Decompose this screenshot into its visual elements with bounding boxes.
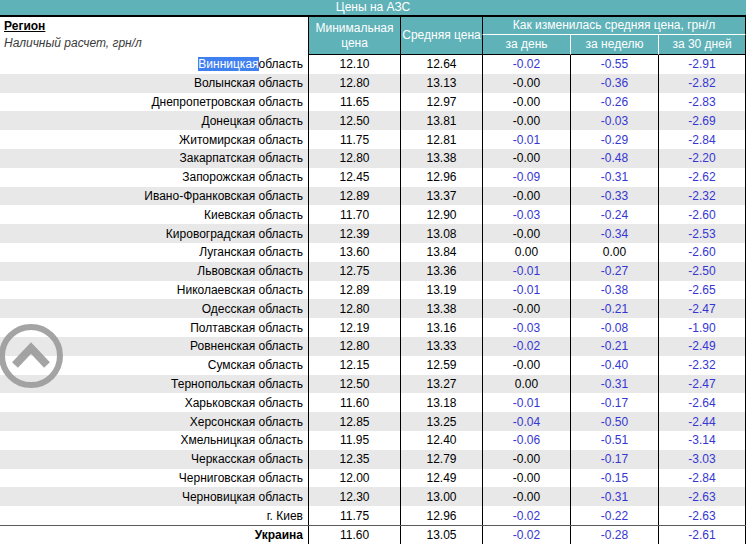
table-row[interactable]: Херсонская область 12.85 13.25 -0.04 -0.… [0, 412, 746, 431]
change-day-cell: -0.03 [482, 318, 570, 337]
change-day-cell: -0.00 [482, 74, 570, 93]
table-row[interactable]: Черниговская область 12.00 12.49 -0.00 -… [0, 469, 746, 488]
table-row[interactable]: Киевская область 11.70 12.90 -0.03 -0.24… [0, 205, 746, 224]
change-day-cell: -0.01 [482, 393, 570, 412]
change-week-cell: -0.27 [570, 262, 658, 281]
change-month-cell: -2.64 [658, 393, 746, 412]
table-row[interactable]: Украина 11.60 13.05 -0.02 -0.28 -2.61 [0, 525, 746, 544]
region-header-title: Регион [4, 19, 306, 33]
min-price-cell: 11.60 [308, 393, 400, 412]
min-price-cell: 13.60 [308, 243, 400, 262]
table-row[interactable]: Запорожская область 12.45 12.96 -0.09 -0… [0, 168, 746, 187]
change-week-cell: -0.28 [570, 526, 658, 544]
table-row[interactable]: Черновицкая область 12.30 13.00 -0.00 -0… [0, 487, 746, 506]
avg-price-cell: 12.96 [400, 506, 482, 525]
min-price-cell: 12.85 [308, 412, 400, 431]
avg-price-cell: 13.08 [400, 224, 482, 243]
region-column-header: Регион Наличный расчет, грн/л [0, 17, 308, 55]
table-row[interactable]: Днепропетровская область 11.65 12.97 -0.… [0, 93, 746, 112]
region-cell: Одесская область [0, 299, 308, 318]
table-row[interactable]: г. Киев 11.75 12.96 -0.02 -0.22 -2.63 [0, 506, 746, 525]
column-header-change-group: Как изменилась средняя цена, грн/л [482, 17, 746, 35]
avg-price-cell: 12.81 [400, 130, 482, 149]
table-row[interactable]: Харьковская область 11.60 13.18 -0.01 -0… [0, 393, 746, 412]
avg-price-cell: 13.38 [400, 149, 482, 168]
scroll-to-top-button[interactable] [0, 322, 65, 390]
table-row[interactable]: Волынская область 12.80 13.13 -0.00 -0.3… [0, 74, 746, 93]
table-row[interactable]: Ивано-Франковская область 12.89 13.37 -0… [0, 187, 746, 206]
change-month-cell: -2.49 [658, 337, 746, 356]
table-row[interactable]: Житомирская область 11.75 12.81 -0.01 -0… [0, 130, 746, 149]
change-day-cell: -0.01 [482, 281, 570, 300]
price-table-body: Винницкая область 12.10 12.64 -0.02 -0.5… [0, 55, 746, 544]
region-cell: Черкасская область [0, 450, 308, 469]
min-price-cell: 11.60 [308, 526, 400, 544]
table-row[interactable]: Донецкая область 12.50 13.81 -0.00 -0.03… [0, 111, 746, 130]
change-month-cell: -2.63 [658, 487, 746, 506]
change-day-cell: -0.04 [482, 412, 570, 431]
min-price-cell: 12.50 [308, 111, 400, 130]
change-month-cell: -2.47 [658, 299, 746, 318]
change-week-cell: -0.31 [570, 168, 658, 187]
avg-price-cell: 13.18 [400, 393, 482, 412]
column-header-change-day: за день [482, 35, 570, 55]
avg-price-cell: 13.05 [400, 526, 482, 544]
change-day-cell: -0.01 [482, 130, 570, 149]
change-week-cell: -0.21 [570, 337, 658, 356]
min-price-cell: 12.80 [308, 149, 400, 168]
table-row[interactable]: Одесская область 12.80 13.38 -0.00 -0.21… [0, 299, 746, 318]
region-cell: Николаевская область [0, 281, 308, 300]
table-row[interactable]: Луганская область 13.60 13.84 0.00 0.00 … [0, 243, 746, 262]
change-day-cell: 0.00 [482, 243, 570, 262]
avg-price-cell: 13.25 [400, 412, 482, 431]
table-row[interactable]: Тернопольская область 12.50 13.27 0.00 -… [0, 375, 746, 394]
avg-price-cell: 12.97 [400, 93, 482, 112]
change-month-cell: -1.90 [658, 318, 746, 337]
column-header-change-month: за 30 дней [658, 35, 746, 55]
table-row[interactable]: Хмельницкая область 11.95 12.40 -0.06 -0… [0, 431, 746, 450]
min-price-cell: 11.95 [308, 431, 400, 450]
region-cell: Киевская область [0, 205, 308, 224]
table-row[interactable]: Закарпатская область 12.80 13.38 -0.00 -… [0, 149, 746, 168]
region-header-subtitle: Наличный расчет, грн/л [4, 36, 306, 50]
avg-price-cell: 12.90 [400, 205, 482, 224]
min-price-cell: 11.70 [308, 205, 400, 224]
change-month-cell: -2.69 [658, 111, 746, 130]
region-cell: Харьковская область [0, 393, 308, 412]
change-day-cell: -0.00 [482, 224, 570, 243]
region-cell: Ивано-Франковская область [0, 187, 308, 206]
change-day-cell: -0.00 [482, 299, 570, 318]
change-day-cell: -0.00 [482, 356, 570, 375]
table-row[interactable]: Львовская область 12.75 13.36 -0.01 -0.2… [0, 262, 746, 281]
change-month-cell: -2.50 [658, 262, 746, 281]
table-row[interactable]: Николаевская область 12.89 13.19 -0.01 -… [0, 281, 746, 300]
region-cell: Херсонская область [0, 412, 308, 431]
change-day-cell: -0.00 [482, 469, 570, 488]
region-cell: Днепропетровская область [0, 93, 308, 112]
table-row[interactable]: Сумская область 12.15 12.59 -0.00 -0.40 … [0, 356, 746, 375]
avg-price-cell: 12.64 [400, 55, 482, 74]
change-month-cell: -2.53 [658, 224, 746, 243]
table-row[interactable]: Черкасская область 12.35 12.79 -0.00 -0.… [0, 450, 746, 469]
min-price-cell: 12.75 [308, 262, 400, 281]
table-row[interactable]: Полтавская область 12.19 13.16 -0.03 -0.… [0, 318, 746, 337]
change-day-cell: -0.00 [482, 487, 570, 506]
avg-price-cell: 13.37 [400, 187, 482, 206]
min-price-cell: 12.15 [308, 356, 400, 375]
min-price-cell: 12.50 [308, 375, 400, 394]
change-week-cell: 0.00 [570, 243, 658, 262]
table-row[interactable]: Ровненская область 12.80 13.33 -0.02 -0.… [0, 337, 746, 356]
region-cell: Черновицкая область [0, 487, 308, 506]
change-month-cell: -2.20 [658, 149, 746, 168]
table-row[interactable]: Кировоградская область 12.39 13.08 -0.00… [0, 224, 746, 243]
change-month-cell: -2.91 [658, 55, 746, 74]
change-week-cell: -0.38 [570, 281, 658, 300]
min-price-cell: 12.80 [308, 337, 400, 356]
region-cell: Закарпатская область [0, 149, 308, 168]
change-month-cell: -2.62 [658, 168, 746, 187]
table-row[interactable]: Винницкая область 12.10 12.64 -0.02 -0.5… [0, 55, 746, 74]
change-week-cell: -0.29 [570, 130, 658, 149]
change-month-cell: -2.61 [658, 526, 746, 544]
change-week-cell: -0.22 [570, 506, 658, 525]
avg-price-cell: 13.33 [400, 337, 482, 356]
